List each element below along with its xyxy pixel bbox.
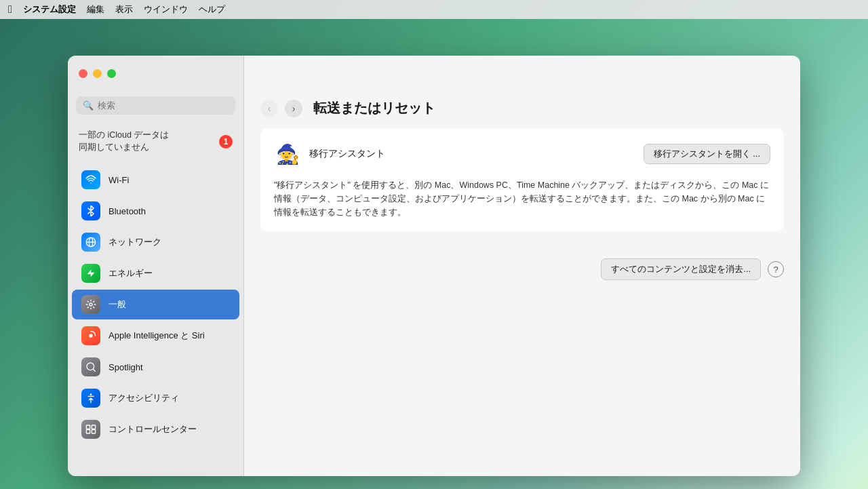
card-header: 🧙 移行アシスタント 移行アシスタントを開く ... [274,140,770,168]
forward-icon: › [292,103,296,114]
svg-point-4 [90,303,92,306]
spotlight-label: Spotlight [108,362,143,372]
sidebar-item-spotlight[interactable]: Spotlight [72,352,239,382]
general-icon [81,295,100,314]
energy-label: エネルギー [108,267,153,279]
siri-icon [81,326,100,345]
wifi-icon [81,170,100,189]
sidebar: 🔍 一部の iCloud データは同期していません 1 Wi-Fi Bluet [68,56,244,476]
titlebar [68,56,800,91]
sidebar-item-general[interactable]: 一般 [72,290,239,319]
content-header: ‹ › 転送またはリセット [244,91,800,128]
sidebar-item-network[interactable]: ネットワーク [72,227,239,257]
accessibility-label: アクセシビリティ [108,392,179,404]
energy-icon [81,264,100,283]
migration-description: "移行アシスタント" を使用すると、別の Mac、Windows PC、Time… [274,178,770,219]
network-icon [81,233,100,252]
search-icon: 🔍 [83,100,94,111]
wifi-label: Wi-Fi [108,175,129,185]
forward-button[interactable]: › [285,100,302,117]
menubar-view[interactable]: 表示 [115,3,133,16]
sidebar-item-siri[interactable]: Apple Intelligence と Siri [72,321,239,351]
minimize-button[interactable] [93,69,102,78]
open-migration-button[interactable]: 移行アシスタントを開く ... [644,144,770,164]
menubar-edit[interactable]: 編集 [87,3,104,16]
sidebar-item-control-center[interactable]: コントロールセンター [72,414,239,444]
main-content: ‹ › 転送またはリセット 🧙 移行アシスタント 移行アシスタントを開く ...… [244,56,800,476]
spotlight-icon [81,357,100,376]
help-button[interactable]: ? [768,261,784,277]
back-button[interactable]: ‹ [260,100,278,117]
icloud-notice[interactable]: 一部の iCloud データは同期していません 1 [68,123,243,160]
svg-rect-9 [86,425,90,429]
svg-line-7 [93,369,96,372]
search-input[interactable] [98,100,229,111]
bluetooth-icon [81,201,100,220]
control-center-label: コントロールセンター [108,423,197,435]
erase-all-button[interactable]: すべてのコンテンツと設定を消去... [601,258,761,280]
bottom-actions: すべてのコンテンツと設定を消去... ? [244,258,800,280]
bluetooth-label: Bluetooth [108,206,146,216]
migration-assistant-card: 🧙 移行アシスタント 移行アシスタントを開く ... "移行アシスタント" を使… [260,128,784,231]
menubar-window[interactable]: ウインドウ [144,3,188,16]
system-preferences-window: 🔍 一部の iCloud データは同期していません 1 Wi-Fi Bluet [68,56,800,476]
control-center-icon [81,420,100,439]
maximize-button[interactable] [107,69,116,78]
menubar-help[interactable]: ヘルプ [199,3,225,16]
menubar-system-prefs[interactable]: システム設定 [23,3,76,16]
search-box[interactable]: 🔍 [76,96,235,115]
svg-point-5 [89,334,92,337]
svg-rect-12 [92,430,95,433]
network-label: ネットワーク [108,236,161,248]
icloud-badge: 1 [219,135,233,149]
siri-label: Apple Intelligence と Siri [108,330,205,342]
svg-marker-3 [87,269,95,277]
content-area: 🧙 移行アシスタント 移行アシスタントを開く ... "移行アシスタント" を使… [244,128,800,258]
close-button[interactable] [79,69,87,78]
sidebar-item-wifi[interactable]: Wi-Fi [72,165,239,195]
sidebar-item-energy[interactable]: エネルギー [72,258,239,288]
icloud-notice-text: 一部の iCloud データは同期していません [79,130,212,153]
menubar:  システム設定 編集 表示 ウインドウ ヘルプ [0,0,868,19]
sidebar-item-accessibility[interactable]: アクセシビリティ [72,383,239,413]
svg-point-8 [90,393,92,395]
migration-assistant-title: 移行アシスタント [309,148,385,160]
accessibility-icon [81,389,100,408]
page-title: 転送またはリセット [313,99,435,117]
migration-assistant-icon: 🧙 [274,140,301,168]
svg-rect-11 [86,430,90,433]
back-icon: ‹ [268,103,271,114]
sidebar-item-bluetooth[interactable]: Bluetooth [72,196,239,226]
svg-rect-10 [92,425,95,429]
card-title-row: 🧙 移行アシスタント [274,140,385,168]
apple-menu[interactable]:  [8,3,12,16]
general-label: 一般 [108,298,126,311]
